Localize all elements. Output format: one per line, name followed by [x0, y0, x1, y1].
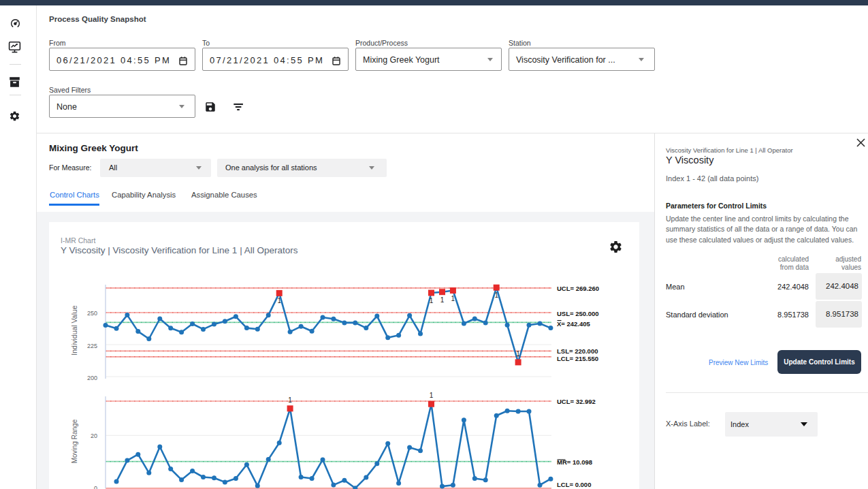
svg-text:1: 1 [451, 295, 455, 302]
svg-text:UCL= 269.260: UCL= 269.260 [557, 285, 599, 292]
svg-text:250: 250 [87, 310, 97, 317]
svg-text:0: 0 [94, 485, 97, 489]
svg-text:1: 1 [440, 296, 445, 304]
svg-text:1: 1 [277, 297, 281, 304]
svg-text:200: 200 [87, 375, 97, 381]
svg-text:1: 1 [516, 350, 520, 358]
svg-text:UCL= 32.992: UCL= 32.992 [557, 398, 596, 405]
svg-text:20: 20 [91, 432, 97, 439]
svg-text:1: 1 [288, 396, 292, 404]
svg-text:LCL= 0.000: LCL= 0.000 [557, 481, 591, 488]
svg-text:LSL= 220.000: LSL= 220.000 [557, 347, 598, 355]
svg-text:LCL= 215.550: LCL= 215.550 [557, 355, 598, 362]
svg-text:1: 1 [430, 297, 434, 304]
svg-text:Moving Range: Moving Range [71, 419, 78, 463]
svg-text:225: 225 [87, 343, 97, 349]
svg-text:Individual Value: Individual Value [70, 305, 78, 356]
svg-text:X= 242.405: X= 242.405 [557, 320, 591, 328]
svg-text:1: 1 [494, 291, 498, 299]
svg-text:USL= 250.000: USL= 250.000 [557, 310, 599, 317]
svg-text:1: 1 [430, 392, 434, 399]
